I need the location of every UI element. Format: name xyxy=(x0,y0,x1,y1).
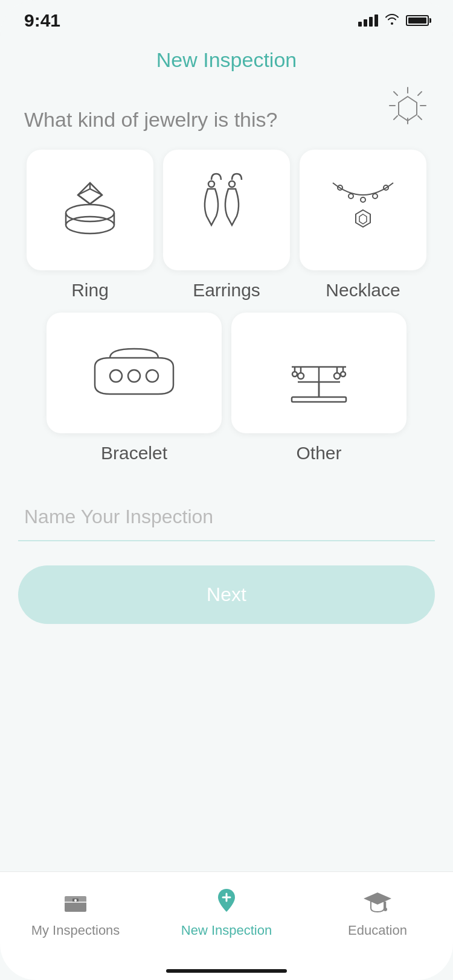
main-content: What kind of jewelry is this? xyxy=(0,78,453,980)
svg-point-29 xyxy=(128,370,140,382)
bracelet-card[interactable] xyxy=(47,313,222,433)
jewelry-item-necklace[interactable]: Necklace xyxy=(300,150,426,301)
svg-marker-0 xyxy=(399,97,417,121)
svg-rect-31 xyxy=(292,397,346,402)
new-inspection-icon xyxy=(210,884,243,918)
other-label: Other xyxy=(296,443,341,463)
next-button[interactable]: Next xyxy=(18,565,435,624)
svg-line-6 xyxy=(418,116,422,119)
status-bar: 9:41 xyxy=(0,0,453,36)
svg-point-35 xyxy=(298,373,304,379)
ring-label: Ring xyxy=(71,280,109,301)
question-text: What kind of jewelry is this? xyxy=(18,108,435,132)
bottom-nav: My Inspections New Inspection xyxy=(0,871,453,980)
svg-point-23 xyxy=(361,197,365,202)
svg-point-30 xyxy=(146,370,158,382)
signal-icon xyxy=(358,14,378,27)
svg-line-5 xyxy=(394,92,397,95)
other-card[interactable] xyxy=(231,313,406,433)
new-inspection-nav-label: New Inspection xyxy=(181,923,272,938)
status-icons xyxy=(358,13,429,28)
svg-point-22 xyxy=(349,194,353,199)
jewelry-item-ring[interactable]: Ring xyxy=(27,150,153,301)
status-time: 9:41 xyxy=(24,10,60,31)
home-indicator xyxy=(166,969,287,973)
gem-sparkle-icon xyxy=(387,84,429,129)
svg-point-24 xyxy=(373,194,378,199)
jewelry-item-bracelet[interactable]: Bracelet xyxy=(47,313,222,463)
svg-point-12 xyxy=(66,205,114,221)
education-nav-label: Education xyxy=(348,923,407,938)
education-icon xyxy=(361,884,394,918)
wifi-icon xyxy=(384,13,400,28)
name-input-container[interactable] xyxy=(18,494,435,541)
my-inspections-nav-label: My Inspections xyxy=(31,923,120,938)
ring-card[interactable] xyxy=(27,150,153,270)
svg-point-20 xyxy=(229,181,235,187)
svg-point-39 xyxy=(334,373,340,379)
svg-line-15 xyxy=(90,195,102,204)
name-inspection-input[interactable] xyxy=(18,494,435,540)
nav-item-new-inspection[interactable]: New Inspection xyxy=(151,884,302,938)
jewelry-grid-bottom: Bracelet xyxy=(18,313,435,463)
svg-line-8 xyxy=(394,116,397,119)
svg-line-7 xyxy=(418,92,422,95)
page-title: New Inspection xyxy=(0,36,453,78)
earrings-card[interactable] xyxy=(163,150,290,270)
my-inspections-icon xyxy=(59,884,92,918)
nav-item-my-inspections[interactable]: My Inspections xyxy=(0,884,151,938)
svg-point-37 xyxy=(292,372,297,377)
svg-point-41 xyxy=(341,372,345,377)
svg-point-28 xyxy=(110,370,122,382)
svg-marker-51 xyxy=(364,892,391,905)
jewelry-item-other[interactable]: Other xyxy=(231,313,406,463)
svg-marker-27 xyxy=(359,214,367,224)
svg-point-19 xyxy=(208,181,214,187)
svg-point-48 xyxy=(74,899,77,902)
nav-item-education[interactable]: Education xyxy=(302,884,453,938)
bracelet-label: Bracelet xyxy=(101,443,167,463)
earrings-label: Earrings xyxy=(193,280,260,301)
necklace-card[interactable] xyxy=(300,150,426,270)
battery-icon xyxy=(406,15,429,26)
jewelry-item-earrings[interactable]: Earrings xyxy=(163,150,290,301)
jewelry-grid-top: Ring xyxy=(18,150,435,301)
necklace-label: Necklace xyxy=(326,280,400,301)
svg-line-14 xyxy=(78,195,90,204)
